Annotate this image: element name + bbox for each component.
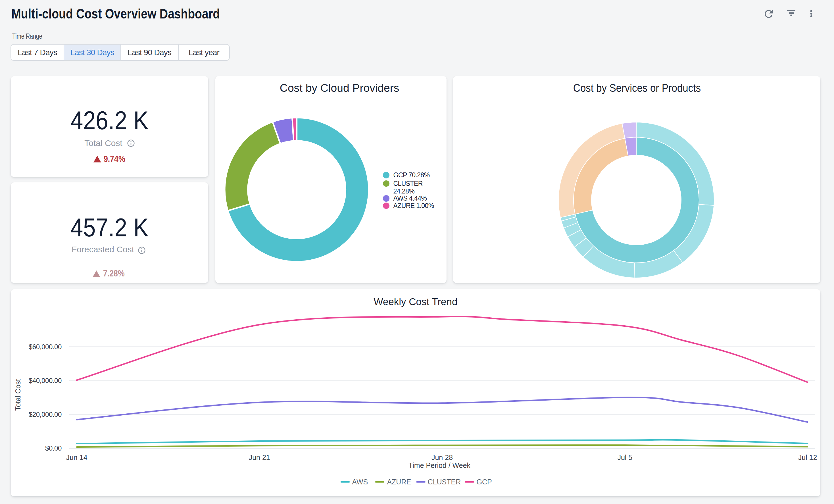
- svg-text:AWS: AWS: [352, 478, 368, 486]
- svg-text:AZURE: AZURE: [387, 478, 411, 486]
- svg-text:Jul 12: Jul 12: [798, 454, 817, 461]
- svg-text:Jun 28: Jun 28: [432, 454, 453, 461]
- svg-text:Jun 21: Jun 21: [249, 454, 270, 461]
- svg-text:$20,000.00: $20,000.00: [29, 411, 62, 418]
- svg-text:Time Period / Week: Time Period / Week: [409, 461, 471, 469]
- svg-text:$60,000.00: $60,000.00: [29, 343, 62, 351]
- svg-text:Jul 5: Jul 5: [617, 454, 632, 461]
- svg-text:$40,000.00: $40,000.00: [29, 377, 62, 385]
- svg-text:GCP: GCP: [477, 478, 492, 486]
- svg-text:Jun 14: Jun 14: [66, 454, 87, 461]
- svg-text:CLUSTER: CLUSTER: [428, 478, 461, 486]
- svg-text:Total Cost: Total Cost: [14, 379, 22, 411]
- svg-text:$0.00: $0.00: [45, 444, 62, 452]
